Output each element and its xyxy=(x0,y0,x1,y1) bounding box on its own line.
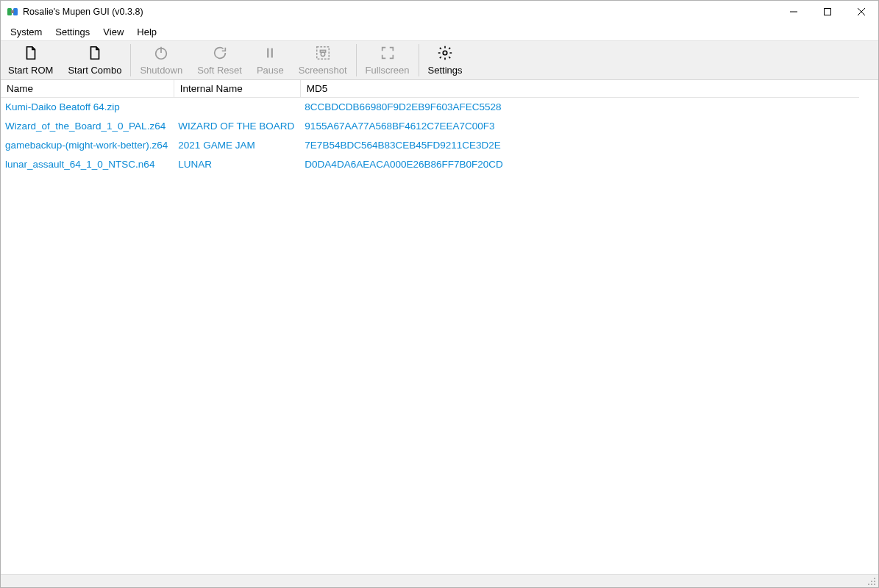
cell-md5: 7E7B54BDC564B83CEB45FD9211CE3D2E xyxy=(300,136,859,155)
statusbar xyxy=(1,574,878,587)
table-header-row: Name Internal Name MD5 xyxy=(1,80,859,98)
shutdown-label: Shutdown xyxy=(140,65,182,76)
svg-point-12 xyxy=(321,52,325,57)
rom-table: Name Internal Name MD5 Kumi-Daiko Beatof… xyxy=(1,80,859,174)
resize-grip-icon[interactable] xyxy=(866,576,877,587)
table-row[interactable]: gamebackup-(might-work-better).z642021 G… xyxy=(1,136,859,155)
shutdown-button: Shutdown xyxy=(132,41,190,79)
fullscreen-icon xyxy=(380,45,396,63)
settings-label: Settings xyxy=(428,65,463,76)
start-rom-label: Start ROM xyxy=(8,65,53,76)
cell-name: gamebackup-(might-work-better).z64 xyxy=(1,136,174,155)
svg-rect-11 xyxy=(316,47,329,60)
fullscreen-label: Fullscreen xyxy=(366,65,410,76)
cell-name: Kumi-Daiko Beatoff 64.zip xyxy=(1,98,174,117)
camera-dashed-icon xyxy=(315,45,331,63)
start-combo-button[interactable]: Start Combo xyxy=(60,41,129,79)
settings-button[interactable]: Settings xyxy=(421,41,470,79)
rom-list[interactable]: Name Internal Name MD5 Kumi-Daiko Beatof… xyxy=(1,80,878,574)
pause-label: Pause xyxy=(257,65,284,76)
toolbar-separator xyxy=(419,44,419,76)
start-rom-button[interactable]: Start ROM xyxy=(1,41,60,79)
soft-reset-label: Soft Reset xyxy=(197,65,242,76)
refresh-icon xyxy=(212,45,228,63)
cell-internal_name: 2021 GAME JAM xyxy=(174,136,300,155)
cell-internal_name xyxy=(174,98,300,117)
soft-reset-button: Soft Reset xyxy=(190,41,249,79)
svg-rect-2 xyxy=(11,10,14,13)
column-header-internal-name[interactable]: Internal Name xyxy=(174,80,300,98)
cell-internal_name: WIZARD OF THE BOARD xyxy=(174,117,300,136)
toolbar-separator xyxy=(356,44,357,76)
column-header-md5[interactable]: MD5 xyxy=(300,80,859,98)
app-icon xyxy=(7,6,18,18)
svg-rect-4 xyxy=(825,9,831,15)
cell-md5: D0DA4DA6AEACA000E26B86FF7B0F20CD xyxy=(300,155,859,174)
pause-icon xyxy=(262,45,278,63)
pause-button: Pause xyxy=(249,41,291,79)
close-button[interactable] xyxy=(844,1,878,23)
cell-internal_name: LUNAR xyxy=(174,155,300,174)
minimize-button[interactable] xyxy=(777,1,811,23)
table-row[interactable]: Wizard_of_the_Board_1_0_PAL.z64WIZARD OF… xyxy=(1,117,859,136)
file-icon xyxy=(87,45,103,63)
cell-md5: 8CCBDCDB66980F9D2EB9F603AFEC5528 xyxy=(300,98,859,117)
maximize-button[interactable] xyxy=(811,1,844,23)
toolbar-separator xyxy=(130,44,131,76)
table-row[interactable]: Kumi-Daiko Beatoff 64.zip8CCBDCDB66980F9… xyxy=(1,98,859,117)
window-title: Rosalie's Mupen GUI (v0.3.8) xyxy=(23,7,143,17)
titlebar: Rosalie's Mupen GUI (v0.3.8) xyxy=(1,1,878,23)
start-combo-label: Start Combo xyxy=(68,65,121,76)
menu-help[interactable]: Help xyxy=(130,24,163,40)
cell-md5: 9155A67AA77A568BF4612C7EEA7C00F3 xyxy=(300,117,859,136)
cell-name: Wizard_of_the_Board_1_0_PAL.z64 xyxy=(1,117,174,136)
cell-name: lunar_assault_64_1_0_NTSC.n64 xyxy=(1,155,174,174)
svg-rect-13 xyxy=(320,50,325,52)
screenshot-button: Screenshot xyxy=(291,41,355,79)
svg-point-14 xyxy=(443,51,447,55)
table-row[interactable]: lunar_assault_64_1_0_NTSC.n64LUNARD0DA4D… xyxy=(1,155,859,174)
menubar: System Settings View Help xyxy=(1,23,878,40)
screenshot-label: Screenshot xyxy=(299,65,347,76)
file-icon xyxy=(23,45,39,63)
toolbar: Start ROM Start Combo Shutdown S xyxy=(1,40,878,80)
menu-view[interactable]: View xyxy=(96,24,130,40)
gear-icon xyxy=(437,45,453,63)
menu-system[interactable]: System xyxy=(4,24,49,40)
column-header-name[interactable]: Name xyxy=(1,80,174,98)
menu-settings[interactable]: Settings xyxy=(49,24,96,40)
app-window: Rosalie's Mupen GUI (v0.3.8) System Sett… xyxy=(0,0,879,588)
fullscreen-button: Fullscreen xyxy=(358,41,417,79)
power-icon xyxy=(153,45,169,63)
